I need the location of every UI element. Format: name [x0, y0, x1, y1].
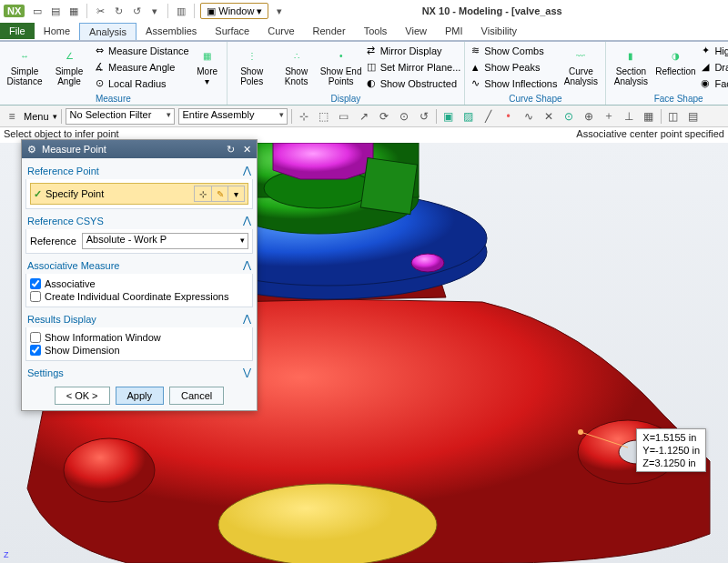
menu-file[interactable]: File: [0, 23, 35, 39]
ribbon-group-display: ⋮ShowPoles ∴ShowKnots •Show EndPoints ⇄M…: [228, 42, 466, 105]
mirror-display-button[interactable]: ⇄Mirror Display: [365, 43, 461, 58]
chevron-up-icon: ⋀: [243, 215, 251, 226]
point-dropdown-icon[interactable]: ▾: [228, 186, 244, 201]
show-combs-button[interactable]: ≋Show Combs: [469, 43, 557, 58]
section-reference-csys[interactable]: Reference CSYS⋀: [25, 212, 253, 229]
face-icon: ◉: [699, 77, 712, 90]
coord-y: Y=-1.1250 in: [642, 444, 700, 457]
tool-icon[interactable]: ▤: [685, 108, 702, 125]
snap-icon[interactable]: ↗: [356, 108, 372, 125]
specify-point-row[interactable]: ✓ Specify Point ⊹ ✎ ▾: [30, 183, 248, 205]
snap-tangent-icon[interactable]: ＋: [601, 108, 617, 125]
simple-angle-button[interactable]: ∠SimpleAngle: [48, 43, 90, 86]
snap-line-icon[interactable]: ╱: [480, 108, 497, 125]
show-end-points-button[interactable]: •Show EndPoints: [320, 43, 362, 86]
window-selector[interactable]: ▣ Window ▾: [200, 3, 268, 19]
tool-icon[interactable]: ◫: [665, 108, 682, 125]
help-icon[interactable]: ▾: [272, 4, 287, 18]
snap-icon[interactable]: ⊹: [296, 108, 312, 125]
measure-point-dialog: ⚙ Measure Point ↻ ✕ Reference Point⋀ ✓ S…: [21, 139, 258, 411]
cancel-button[interactable]: Cancel: [169, 387, 224, 405]
highlight-button[interactable]: ✦Highlig: [699, 43, 728, 58]
menu-analysis[interactable]: Analysis: [79, 23, 136, 40]
menu-surface[interactable]: Surface: [206, 23, 258, 39]
reference-csys-combo[interactable]: Absolute - Work P: [82, 233, 248, 249]
show-dimension-checkbox[interactable]: Show Dimension: [30, 344, 248, 357]
section-settings[interactable]: Settings⋁: [25, 364, 253, 381]
apply-button[interactable]: Apply: [116, 387, 165, 405]
gear-icon[interactable]: ⚙: [25, 143, 38, 156]
snap-icon[interactable]: ⟳: [376, 108, 392, 125]
point-dropper-icon[interactable]: ✎: [211, 186, 228, 201]
menu-view[interactable]: View: [396, 23, 436, 39]
menu-render[interactable]: Render: [304, 23, 355, 39]
snap-intersect-icon[interactable]: ✕: [541, 108, 557, 125]
menu-pmi[interactable]: PMI: [436, 23, 472, 39]
snap-point-icon[interactable]: •: [500, 108, 517, 125]
measure-distance-button[interactable]: ⇔Measure Distance: [93, 43, 189, 58]
snap-mid-icon[interactable]: ▨: [460, 108, 477, 125]
reflection-icon: ◑: [664, 45, 686, 66]
show-peaks-button[interactable]: ▲Show Peaks: [469, 59, 557, 75]
undo-icon[interactable]: ↺: [129, 4, 144, 18]
section-analysis-button[interactable]: ▮SectionAnalysis: [610, 43, 652, 86]
dialog-titlebar[interactable]: ⚙ Measure Point ↻ ✕: [22, 140, 257, 158]
menu-assemblies[interactable]: Assemblies: [136, 23, 206, 39]
menu-label[interactable]: Menu: [24, 111, 49, 122]
snap-perp-icon[interactable]: ⊥: [621, 108, 637, 125]
snap-quad-icon[interactable]: ⊕: [581, 108, 597, 125]
simple-distance-button[interactable]: ↔SimpleDistance: [4, 43, 46, 86]
paste-icon[interactable]: ▥: [174, 4, 188, 18]
menu-visibility[interactable]: Visibility: [472, 23, 527, 39]
snap-curve-icon[interactable]: ∿: [521, 108, 537, 125]
show-knots-button[interactable]: ∴ShowKnots: [276, 43, 318, 86]
divider: [86, 4, 87, 18]
ok-button[interactable]: < OK >: [55, 387, 110, 405]
reset-icon[interactable]: ↻: [224, 143, 237, 156]
snap-end-icon[interactable]: ▣: [440, 108, 457, 125]
more-button[interactable]: ▦More▾: [192, 43, 223, 86]
coord-x: X=1.5155 in: [642, 431, 700, 444]
menu-tools[interactable]: Tools: [355, 23, 397, 39]
point-constructor-icon[interactable]: ⊹: [195, 186, 211, 201]
set-mirror-plane-button[interactable]: ◫Set Mirror Plane...: [365, 59, 461, 75]
menu-icon[interactable]: ≡: [4, 108, 20, 125]
section-reference-point[interactable]: Reference Point⋀: [25, 162, 253, 179]
redo-icon[interactable]: ↻: [111, 4, 126, 18]
snap-icon[interactable]: ⬚: [316, 108, 332, 125]
snap-icon[interactable]: ↺: [416, 108, 432, 125]
save-icon[interactable]: ▦: [66, 4, 81, 18]
inflections-icon: ∿: [469, 77, 481, 90]
menu-home[interactable]: Home: [35, 23, 79, 39]
snap-grid-icon[interactable]: ▦: [641, 108, 657, 125]
new-icon[interactable]: ▭: [30, 4, 45, 18]
show-info-checkbox[interactable]: Show Information Window: [30, 331, 248, 344]
snap-icon[interactable]: ▭: [336, 108, 352, 125]
close-icon[interactable]: ✕: [240, 143, 253, 156]
show-obstructed-button[interactable]: ◐Show Obstructed: [365, 75, 461, 91]
face-curvature-button[interactable]: ◉Face C: [699, 75, 728, 91]
snap-icon[interactable]: ⊙: [396, 108, 412, 125]
open-icon[interactable]: ▤: [48, 4, 63, 18]
curve-analysis-button[interactable]: 〰CurveAnalysis: [560, 43, 602, 86]
dropdown-icon[interactable]: ▾: [147, 4, 162, 18]
selection-filter-combo[interactable]: No Selection Filter: [66, 108, 175, 125]
selection-scope-combo[interactable]: Entire Assembly: [178, 108, 288, 125]
snap-arc-icon[interactable]: ⊙: [561, 108, 577, 125]
reflection-button[interactable]: ◑Reflection: [654, 43, 696, 76]
section-associative-measure[interactable]: Associative Measure⋀: [25, 256, 253, 274]
create-expressions-checkbox[interactable]: Create Individual Coordinate Expressions: [30, 290, 248, 303]
group-label: Display: [231, 93, 461, 105]
show-poles-button[interactable]: ⋮ShowPoles: [231, 43, 273, 86]
window-icon: ▣: [207, 5, 216, 17]
draft-analysis-button[interactable]: ◢Draft A: [699, 59, 728, 75]
section-results-display[interactable]: Results Display⋀: [25, 310, 253, 327]
divider: [194, 4, 195, 18]
chevron-up-icon: ⋀: [243, 313, 251, 325]
show-inflections-button[interactable]: ∿Show Inflections: [469, 75, 557, 91]
cut-icon[interactable]: ✂: [93, 4, 107, 18]
associative-checkbox[interactable]: Associative: [30, 277, 248, 290]
measure-angle-button[interactable]: ∡Measure Angle: [93, 59, 189, 75]
menu-curve[interactable]: Curve: [258, 23, 303, 39]
local-radius-button[interactable]: ⊙Local Radius: [93, 75, 189, 91]
